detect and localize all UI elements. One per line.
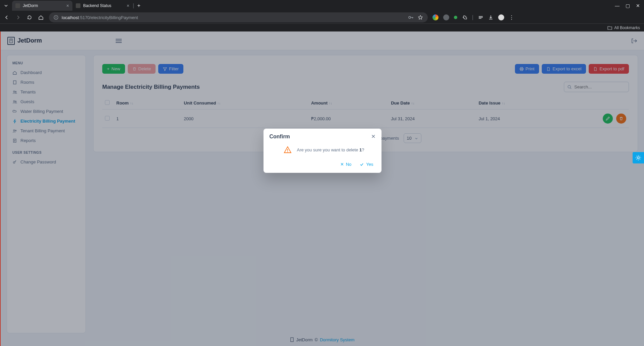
profile-avatar-icon[interactable] [498, 14, 504, 20]
x-icon: ✕ [340, 162, 344, 167]
window-controls: — ▢ ✕ [611, 3, 644, 8]
svg-rect-2 [56, 17, 56, 18]
addr-actions [408, 15, 423, 20]
confirm-modal: Confirm ✕ Are you sure you want to delet… [264, 129, 382, 173]
svg-rect-24 [287, 151, 288, 152]
modal-close-icon[interactable]: ✕ [371, 133, 375, 140]
browser-tab-active[interactable]: JetDorm × [12, 1, 72, 11]
extension-icons: | ⋮ [432, 14, 514, 21]
address-bar[interactable]: localhost:5170/electricityBillingPayment [49, 12, 428, 22]
modal-message: Are you sure you want to delete 1? [297, 147, 364, 152]
extension-icon[interactable] [432, 14, 438, 20]
warning-icon [284, 146, 292, 154]
tab-strip: JetDorm × Backend Status × | + — ▢ ✕ [0, 0, 644, 11]
modal-body: Are you sure you want to delete 1? [264, 143, 382, 158]
back-icon[interactable] [3, 14, 10, 21]
minimize-icon[interactable]: — [615, 3, 620, 8]
new-tab-button[interactable]: + [134, 3, 143, 9]
app-viewport: JetDorm MENU Dashboard Rooms [0, 31, 644, 346]
modal-overlay[interactable]: Confirm ✕ Are you sure you want to delet… [1, 31, 644, 346]
media-control-icon[interactable] [478, 15, 483, 20]
modal-title: Confirm [270, 134, 290, 140]
settings-fab[interactable] [633, 152, 644, 163]
app-content: JetDorm MENU Dashboard Rooms [1, 31, 644, 346]
tab-title: Backend Status [83, 3, 124, 8]
tab-close-icon[interactable]: × [66, 3, 69, 8]
modal-header: Confirm ✕ [264, 129, 382, 143]
bookmarks-label: All Bookmarks [614, 25, 640, 30]
reload-icon[interactable] [26, 14, 33, 21]
downloads-icon[interactable] [488, 15, 493, 20]
svg-point-1 [56, 16, 56, 17]
site-info-icon[interactable] [54, 15, 58, 20]
forward-icon[interactable] [15, 14, 21, 21]
folder-icon [607, 26, 612, 30]
extension-icon[interactable] [454, 16, 457, 19]
browser-tab[interactable]: Backend Status × [72, 1, 133, 11]
tabs-dropdown-icon[interactable] [3, 2, 9, 9]
check-icon [359, 162, 364, 167]
modal-yes-button[interactable]: Yes [359, 162, 373, 167]
modal-footer: ✕ No Yes [264, 158, 382, 173]
bookmarks-bar[interactable]: All Bookmarks [0, 23, 644, 31]
svg-point-3 [409, 16, 411, 18]
tab-favicon-icon [76, 3, 80, 8]
password-key-icon[interactable] [408, 15, 414, 20]
svg-rect-23 [287, 149, 288, 151]
browser-chrome: JetDorm × Backend Status × | + — ▢ ✕ [0, 0, 644, 31]
tab-favicon-icon [15, 3, 20, 8]
url-text: localhost:5170/electricityBillingPayment [62, 15, 138, 20]
svg-point-25 [637, 157, 639, 159]
browser-toolbar: localhost:5170/electricityBillingPayment… [0, 11, 644, 23]
browser-menu-icon[interactable]: ⋮ [509, 14, 514, 21]
bookmark-star-icon[interactable] [418, 15, 423, 20]
modal-no-button[interactable]: ✕ No [340, 162, 352, 167]
home-icon[interactable] [38, 14, 44, 21]
tab-close-icon[interactable]: × [127, 3, 129, 8]
close-window-icon[interactable]: ✕ [636, 3, 640, 8]
extensions-menu-icon[interactable] [462, 15, 467, 20]
maximize-icon[interactable]: ▢ [626, 3, 630, 8]
tab-title: JetDorm [23, 3, 64, 8]
extension-icon[interactable] [443, 14, 449, 20]
